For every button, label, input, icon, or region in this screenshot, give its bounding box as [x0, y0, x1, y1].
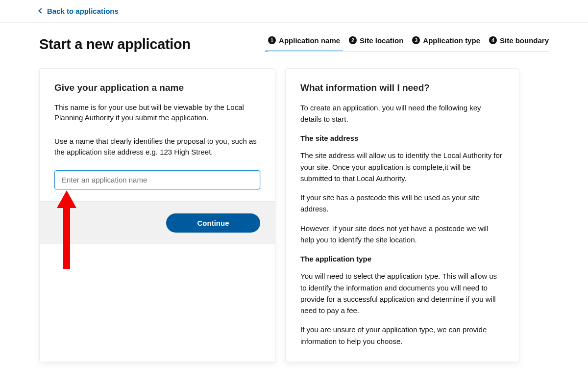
step-site-boundary[interactable]: 4 Site boundary — [489, 36, 549, 52]
back-to-applications-link[interactable]: Back to applications — [39, 7, 119, 15]
info-site-address-p1: The site address will allow us to identi… — [300, 150, 504, 184]
form-description-1: This name is for your use but will be vi… — [54, 102, 260, 124]
stepper-divider — [268, 51, 549, 52]
info-application-type-p1: You will need to select the application … — [300, 270, 504, 316]
form-card-body: Give your application a name This name i… — [40, 69, 275, 201]
content-row: Give your application a name This name i… — [0, 53, 588, 362]
form-description-2: Use a name that clearly identifies the p… — [54, 136, 260, 158]
step-label: Site location — [360, 36, 403, 45]
form-heading: Give your application a name — [54, 82, 260, 93]
back-link-label: Back to applications — [47, 7, 119, 15]
page-title: Start a new application — [39, 36, 191, 53]
step-number-badge: 1 — [268, 36, 276, 44]
step-number-badge: 4 — [489, 36, 497, 44]
chevron-left-icon — [38, 8, 44, 13]
form-card-footer: Continue — [40, 201, 275, 244]
info-application-type-p2: If you are unsure of your application ty… — [300, 324, 504, 347]
info-site-address-p3: However, if your site does not yet have … — [300, 223, 504, 246]
header-row: Start a new application 1 Application na… — [0, 23, 588, 53]
step-number-badge: 3 — [412, 36, 420, 44]
step-label: Site boundary — [500, 36, 549, 45]
application-name-input[interactable] — [54, 170, 260, 189]
form-card: Give your application a name This name i… — [39, 68, 275, 362]
step-application-type[interactable]: 3 Application type — [412, 36, 480, 52]
step-label: Application name — [279, 36, 340, 45]
info-intro: To create an application, you will need … — [300, 102, 504, 125]
top-bar: Back to applications — [0, 0, 588, 23]
info-heading: What information will I need? — [300, 82, 504, 93]
info-card: What information will I need? To create … — [285, 68, 519, 362]
step-application-name[interactable]: 1 Application name — [268, 36, 340, 52]
step-number-badge: 2 — [349, 36, 357, 44]
info-site-address-p2: If your site has a postcode this will be… — [300, 192, 504, 215]
step-label: Application type — [423, 36, 480, 45]
stepper: 1 Application name 2 Site location 3 App… — [268, 36, 549, 52]
info-subheading-application-type: The application type — [300, 253, 504, 264]
info-subheading-site-address: The site address — [300, 132, 504, 144]
continue-button[interactable]: Continue — [166, 213, 260, 233]
step-site-location[interactable]: 2 Site location — [349, 36, 403, 52]
